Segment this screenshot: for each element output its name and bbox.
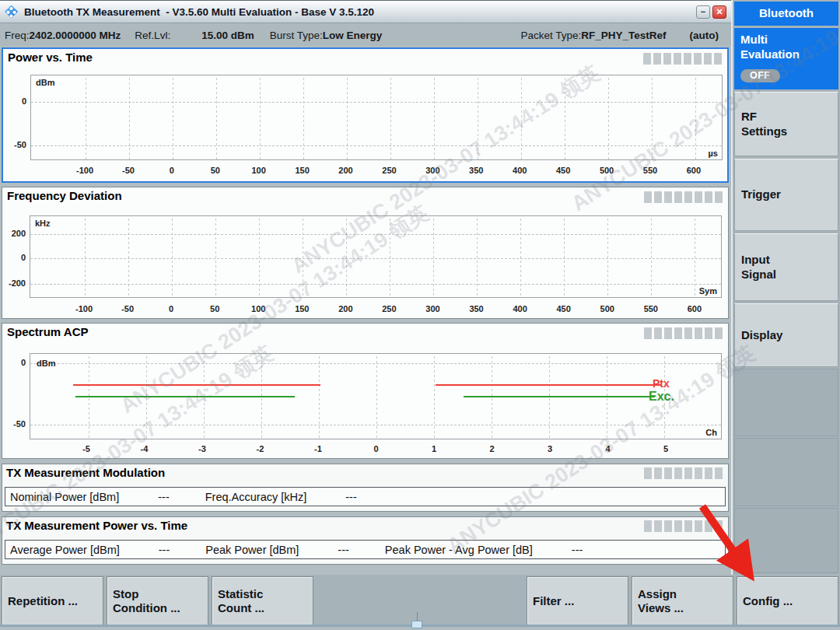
power-vs-time-plot: dBm µs xyxy=(30,75,723,160)
x-axis-tick: 300 xyxy=(417,166,448,175)
x-axis-tick: 600 xyxy=(679,304,710,313)
sidebar-empty-slot xyxy=(734,369,838,436)
x-axis-tick: 250 xyxy=(373,304,404,313)
softkey-filter[interactable]: Filter ... xyxy=(527,576,628,625)
sidebar-item-multi-evaluation[interactable]: Multi Evaluation OFF xyxy=(734,28,838,89)
x-axis-unit: µs xyxy=(709,149,718,158)
x-axis-tick: -50 xyxy=(112,304,143,313)
x-axis-tick: 100 xyxy=(243,304,274,313)
packet-type-value: RF_PHY_TestRef xyxy=(581,30,666,41)
sidebar-item-trigger[interactable]: Trigger xyxy=(734,159,838,231)
softkey-statistic-count[interactable]: Statistic Count ... xyxy=(212,576,313,625)
measurement-label: Peak Power - Avg Power [dB] xyxy=(385,544,533,556)
softkey-repetition[interactable]: Repetition ... xyxy=(2,576,103,625)
x-axis-tick: 1 xyxy=(418,444,450,453)
y-axis-tick: 0 xyxy=(4,253,26,262)
x-axis-tick: 450 xyxy=(548,304,579,313)
x-axis-tick: -2 xyxy=(245,444,276,453)
horizontal-gridline xyxy=(30,425,721,425)
auto-flag: (auto) xyxy=(690,30,719,41)
statistics-progress-indicator xyxy=(644,520,723,532)
packet-type-label: Packet Type: xyxy=(520,30,581,41)
minimize-button[interactable]: − xyxy=(696,5,710,19)
x-axis-tick: 150 xyxy=(287,166,318,175)
y-axis-tick: 0 xyxy=(4,358,26,367)
sidebar-header-bluetooth: Bluetooth xyxy=(734,2,838,26)
frequency-deviation-plot: kHz Sym xyxy=(30,215,722,298)
y-axis-tick: -50 xyxy=(5,140,26,149)
sidebar-item-display[interactable]: Display xyxy=(734,303,838,367)
x-axis-tick: 250 xyxy=(373,166,404,175)
power-vs-time-panel[interactable]: Power vs. Time dBm µs 0 -50 -100-5005010… xyxy=(2,47,729,183)
x-axis-tick: -1 xyxy=(303,444,334,453)
statistics-progress-indicator xyxy=(644,467,723,479)
x-axis-ticks: -100-50050100150200250300350400450500550… xyxy=(69,166,709,175)
x-axis-tick: 550 xyxy=(635,304,667,313)
exc-trace-label: Exc. xyxy=(649,390,674,404)
x-axis-tick: -100 xyxy=(69,166,100,175)
title-bar: Bluetooth TX Measurement - V3.5.60 Multi… xyxy=(0,0,731,23)
vertical-gridlines xyxy=(86,75,722,159)
splitter-handle[interactable] xyxy=(411,621,422,628)
horizontal-gridline xyxy=(30,363,721,364)
ptx-trace-right xyxy=(436,384,661,386)
horizontal-gridline xyxy=(30,258,721,259)
x-axis-tick: -5 xyxy=(71,444,102,453)
x-axis-tick: 3 xyxy=(534,444,565,453)
x-axis-tick: -50 xyxy=(113,166,144,175)
sidebar-empty-slot xyxy=(734,438,838,506)
frequency-deviation-panel[interactable]: Frequency Deviation kHz Sym 200 0 -200 -… xyxy=(2,187,729,319)
sidebar-item-input-signal[interactable]: Input Signal xyxy=(734,233,838,301)
measurement-value: --- xyxy=(345,491,357,503)
x-axis-tick: 0 xyxy=(361,444,392,453)
softkey-config[interactable]: Config ... xyxy=(737,576,838,625)
x-axis-tick: 550 xyxy=(635,166,666,175)
y-axis-unit: dBm xyxy=(36,78,54,87)
y-axis-unit: kHz xyxy=(35,219,51,228)
burst-type-value: Low Energy xyxy=(323,30,383,41)
freq-label: Freq: xyxy=(5,30,30,41)
measurement-label: Peak Power [dBm] xyxy=(205,544,299,556)
measurement-value: --- xyxy=(572,544,583,556)
x-axis-tick: 350 xyxy=(461,304,492,313)
x-axis-tick: 450 xyxy=(548,166,579,175)
measurement-label: Nominal Power [dBm] xyxy=(10,491,119,503)
sidebar-item-rf-settings[interactable]: RF Settings xyxy=(734,92,838,156)
spectrum-acp-panel[interactable]: Spectrum ACP dBm Ch Ptx Exc. 0 -50 -5-4-… xyxy=(2,323,729,459)
window-title: Bluetooth TX Measurement - V3.5.60 Multi… xyxy=(24,6,374,18)
x-axis-tick: 300 xyxy=(418,304,449,313)
close-button[interactable]: ✕ xyxy=(712,5,726,19)
panel-title: Spectrum ACP xyxy=(7,325,88,338)
status-badge-off: OFF xyxy=(740,69,780,83)
x-axis-tick: 500 xyxy=(591,166,622,175)
horizontal-gridline xyxy=(30,284,721,285)
x-axis-tick: 50 xyxy=(200,166,231,175)
x-axis-tick: 600 xyxy=(678,166,709,175)
statistics-progress-indicator xyxy=(644,327,723,339)
tx-measurement-power-vs-time-panel[interactable]: TX Measurement Power vs. Time Average Po… xyxy=(2,516,729,565)
softkey-empty-slot xyxy=(420,575,525,627)
burst-type-label: Burst Type: xyxy=(270,30,323,41)
ptx-trace-label: Ptx xyxy=(653,377,670,390)
measurement-values-row: Nominal Power [dBm]--- Freq.Accuracy [kH… xyxy=(5,487,726,506)
exc-trace-left xyxy=(75,396,295,397)
x-axis-tick: 4 xyxy=(593,444,624,453)
horizontal-gridline xyxy=(30,234,721,235)
softkey-assign-views[interactable]: Assign Views ... xyxy=(632,576,733,625)
y-axis-tick: 0 xyxy=(5,96,26,106)
x-axis-ticks: -100-50050100150200250300350400450500550… xyxy=(68,304,710,313)
x-axis-tick: 400 xyxy=(505,304,536,313)
x-axis-tick: 200 xyxy=(330,304,361,313)
measurement-value: --- xyxy=(338,544,349,556)
app-logo-icon xyxy=(5,5,18,19)
statistics-progress-indicator xyxy=(643,53,722,65)
x-axis-tick: 100 xyxy=(243,166,275,175)
y-axis-tick: -50 xyxy=(4,419,26,429)
softkey-stop-condition[interactable]: Stop Condition ... xyxy=(107,576,208,625)
x-axis-tick: -100 xyxy=(68,304,100,313)
application-window: Bluetooth TX Measurement - V3.5.60 Multi… xyxy=(0,0,840,630)
tx-measurement-modulation-panel[interactable]: TX Measurement Modulation Nominal Power … xyxy=(2,464,729,512)
measurement-value: --- xyxy=(158,491,170,503)
x-axis-tick: 5 xyxy=(650,444,681,453)
panel-title: Power vs. Time xyxy=(8,51,93,64)
